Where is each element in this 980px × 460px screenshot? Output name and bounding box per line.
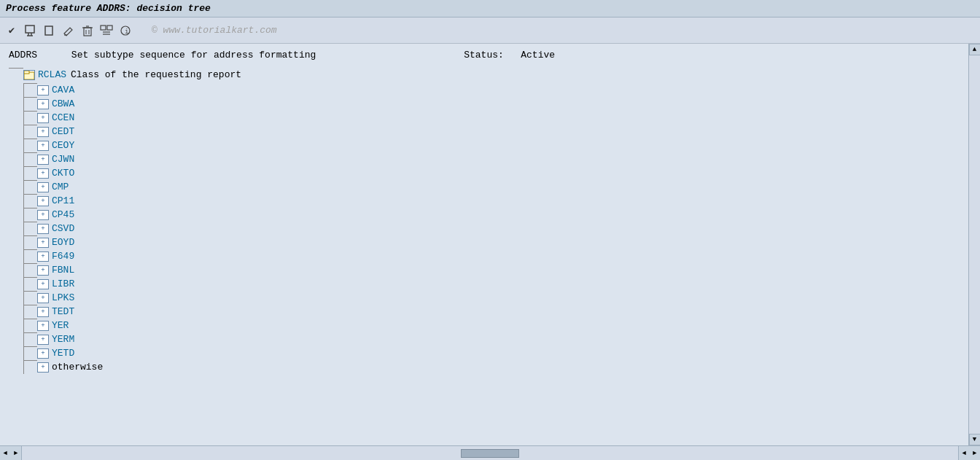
ckto-expand-icon[interactable]: + <box>37 168 49 179</box>
scroll-right-end-button[interactable]: ► <box>970 446 981 460</box>
cmp-expand-icon[interactable]: + <box>37 182 49 192</box>
cjwn-key: CJWN <box>52 153 74 166</box>
edit-icon[interactable] <box>61 23 76 38</box>
cp45-expand-icon[interactable]: + <box>37 210 49 220</box>
list-item: + LPKS <box>24 291 960 305</box>
eoyd-key: EOYD <box>52 236 74 249</box>
info-icon[interactable]: i <box>118 23 133 38</box>
rclas-desc: Class of the requesting report <box>71 69 241 82</box>
right-scroll-area: ◄ ► <box>958 446 980 460</box>
ceoy-key: CEOY <box>52 139 74 152</box>
list-item: + YETD <box>24 346 960 360</box>
scroll-left-end-button[interactable]: ◄ <box>959 446 970 460</box>
fbnl-expand-icon[interactable]: + <box>37 265 49 276</box>
yerm-key: YERM <box>52 333 74 346</box>
toolbar: ✔ <box>0 17 980 44</box>
delete-icon[interactable] <box>80 23 95 38</box>
eoyd-expand-icon[interactable]: + <box>37 238 49 248</box>
status-value: Active <box>521 50 555 61</box>
rclas-key: RCLAS <box>38 69 66 82</box>
tedt-key: TEDT <box>52 305 74 319</box>
status-space <box>510 50 516 61</box>
list-item: + CP11 <box>24 194 960 208</box>
csvd-expand-icon[interactable]: + <box>37 224 49 234</box>
list-item: + TEDT <box>24 305 960 319</box>
scroll-up-button[interactable]: ▲ <box>969 44 981 55</box>
scroll-right-small-button[interactable]: ► <box>11 446 22 460</box>
scroll-down-button[interactable]: ▼ <box>969 434 981 445</box>
scroll-left-button[interactable]: ◄ <box>0 446 11 460</box>
tree-container: RCLAS Class of the requesting report + C… <box>9 68 960 374</box>
cedt-expand-icon[interactable]: + <box>37 127 49 137</box>
ckto-key: CKTO <box>52 167 74 180</box>
list-item: + CCEN <box>24 111 960 125</box>
list-item: + YERM <box>24 332 960 346</box>
otherwise-key: otherwise <box>52 361 103 374</box>
cava-expand-icon[interactable]: + <box>37 85 49 95</box>
copy-icon[interactable] <box>42 23 57 38</box>
list-item: + FBNL <box>24 263 960 277</box>
fbnl-key: FBNL <box>52 264 74 277</box>
horizontal-scroll-thumb[interactable] <box>461 449 519 458</box>
ccen-expand-icon[interactable]: + <box>37 113 49 123</box>
main-area: ADDRS Set subtype sequence for address f… <box>0 44 980 445</box>
libr-key: LIBR <box>52 278 74 291</box>
content-area: ADDRS Set subtype sequence for address f… <box>0 44 968 445</box>
list-item: + CEOY <box>24 139 960 152</box>
svg-rect-0 <box>26 26 34 33</box>
check-icon[interactable]: ✔ <box>4 23 19 38</box>
bottom-bar: ◄ ► ◄ ► <box>0 445 980 460</box>
cp11-key: CP11 <box>52 195 74 208</box>
rclas-expand-icon[interactable] <box>23 70 35 80</box>
csvd-key: CSVD <box>52 222 74 235</box>
list-item: + EOYD <box>24 235 960 249</box>
horizontal-scroll-track[interactable] <box>22 446 958 460</box>
feature-key: ADDRS <box>9 50 37 61</box>
search-icon[interactable] <box>23 23 38 38</box>
list-item: + YER <box>24 319 960 332</box>
otherwise-expand-icon[interactable]: + <box>37 362 49 373</box>
vertical-scrollbar[interactable]: ▲ ▼ <box>968 44 980 445</box>
yer-key: YER <box>52 319 69 332</box>
cbwa-expand-icon[interactable]: + <box>37 99 49 109</box>
lpks-expand-icon[interactable]: + <box>37 293 49 303</box>
yetd-expand-icon[interactable]: + <box>37 348 49 359</box>
svg-rect-11 <box>101 26 106 30</box>
cp45-key: CP45 <box>52 208 74 222</box>
list-item: + CP45 <box>24 208 960 222</box>
libr-expand-icon[interactable]: + <box>37 279 49 289</box>
tedt-expand-icon[interactable]: + <box>37 307 49 317</box>
yerm-expand-icon[interactable]: + <box>37 335 49 345</box>
cedt-key: CEDT <box>52 125 74 139</box>
scroll-track[interactable] <box>969 55 980 434</box>
status-desc-text: Set subtype sequence for address formatt… <box>71 50 316 61</box>
yetd-key: YETD <box>52 347 74 360</box>
lpks-key: LPKS <box>52 292 74 305</box>
svg-text:i: i <box>125 28 128 36</box>
yer-expand-icon[interactable]: + <box>37 321 49 331</box>
list-item: + F649 <box>24 249 960 263</box>
title-bar: Process feature ADDRS: decision tree <box>0 0 980 17</box>
title-text: Process feature ADDRS: decision tree <box>6 3 211 14</box>
svg-rect-12 <box>107 26 112 30</box>
cp11-expand-icon[interactable]: + <box>37 196 49 206</box>
status-label: Status: <box>464 50 504 61</box>
status-spacer <box>322 50 458 61</box>
layout-icon[interactable] <box>99 23 114 38</box>
rclas-children: + CAVA + CBWA + CCEN + CEDT <box>23 83 960 374</box>
list-item: + LIBR <box>24 277 960 291</box>
cjwn-expand-icon[interactable]: + <box>37 155 49 165</box>
list-item: + CMP <box>24 180 960 194</box>
cbwa-key: CBWA <box>52 98 74 111</box>
cava-key: CAVA <box>52 84 74 97</box>
svg-rect-6 <box>84 28 91 36</box>
svg-rect-4 <box>45 26 52 35</box>
ceoy-expand-icon[interactable]: + <box>37 141 49 151</box>
watermark: © www.tutorialkart.com <box>152 25 277 36</box>
svg-rect-18 <box>24 71 29 74</box>
list-item: + CAVA <box>24 83 960 97</box>
f649-expand-icon[interactable]: + <box>37 252 49 262</box>
f649-key: F649 <box>52 250 74 263</box>
list-item: + CBWA <box>24 97 960 111</box>
list-item: + CJWN <box>24 152 960 166</box>
